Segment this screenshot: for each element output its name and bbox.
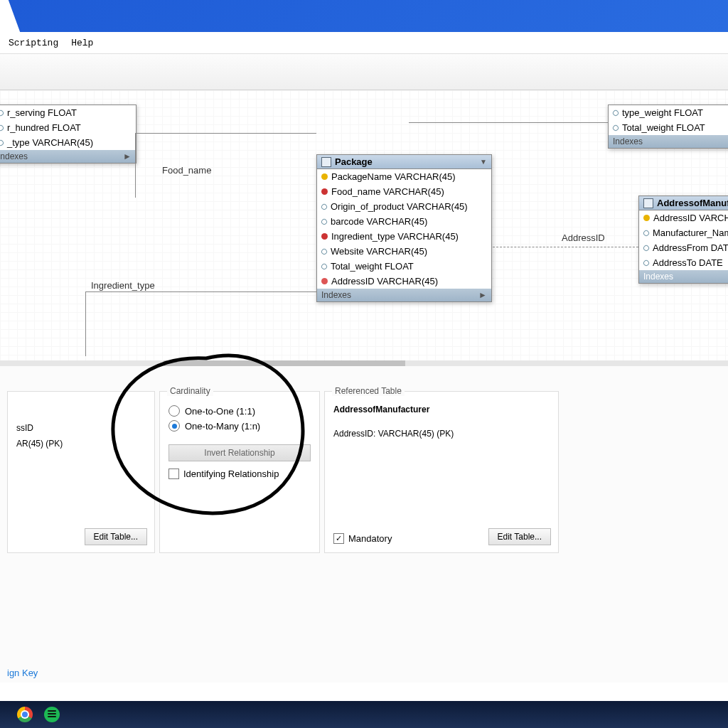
relationship-line [135,133,136,198]
column: AddressID VARCHAR(45) [639,210,728,225]
edit-table-button-left[interactable]: Edit Table... [85,528,147,545]
col-ssid: ssID [16,423,146,433]
window-titlebar [0,0,728,32]
relationship-line[interactable] [85,291,316,292]
column: Manufacturer_Name VAR [639,225,728,240]
chrome-icon[interactable] [17,707,33,722]
menu-help[interactable]: Help [71,38,93,48]
scrollbar-thumb[interactable] [164,360,405,366]
mandatory-checkbox[interactable]: ✓ Mandatory [333,533,392,544]
diamond-icon [320,247,328,255]
key-icon [321,173,328,180]
column: type_weight FLOAT [609,105,728,120]
column: r_hundred FLOAT [0,120,136,135]
menu-bar: Scripting Help [0,32,728,54]
radio-label: One-to-Many (1:n) [185,421,260,432]
referenced-table-fieldset: Referenced Table AddressofManufacturer A… [324,391,559,553]
column: r_serving FLOAT [0,105,136,120]
relation-food-name: Food_name [162,165,211,176]
entity-food[interactable]: r_serving FLOAT r_hundred FLOAT _type VA… [0,105,136,164]
key-icon [321,188,328,195]
relationship-line [85,291,86,356]
window-corner [0,0,20,32]
radio-icon [168,405,180,417]
relation-ingredient-type: Ingredient_type [91,280,155,291]
indexes-bar[interactable]: Indexes [639,270,728,283]
diamond-icon [642,229,650,237]
diamond-icon [0,124,5,132]
entity-title[interactable]: Package ▼ [317,155,491,169]
entity-weight[interactable]: type_weight FLOAT Total_weight FLOAT Ind… [608,105,728,149]
entity-title[interactable]: AddressofManufac [639,196,728,210]
column: barcode VARCHAR(45) [317,214,491,229]
key-icon [643,215,650,221]
column: _type VARCHAR(45) [0,135,136,150]
column: Ingredient_type VARCHAR(45) [317,229,491,244]
table-icon [643,198,653,208]
column: Website VARCHAR(45) [317,244,491,259]
diamond-icon [321,278,328,284]
column: Food_name VARCHAR(45) [317,184,491,199]
relationship-line[interactable] [409,122,608,123]
referenced-table-name: AddressofManufacturer [333,405,550,414]
column: AddressID VARCHAR(45) [317,274,491,289]
diamond-icon [611,109,619,117]
checkbox-icon [168,469,179,479]
chevron-down-icon[interactable]: ▼ [480,158,487,166]
entity-address[interactable]: AddressofManufac AddressID VARCHAR(45) M… [638,196,728,284]
menu-scripting[interactable]: Scripting [9,38,58,48]
cardinality-fieldset: Cardinality One-to-One (1:1) One-to-Many… [159,391,320,553]
radio-one-to-many[interactable]: One-to-Many (1:n) [168,420,311,432]
invert-relationship-button[interactable]: Invert Relationship [168,444,311,461]
referenced-column: AddressID: VARCHAR(45) (PK) [333,429,550,439]
column: PackageName VARCHAR(45) [317,169,491,184]
diamond-icon [642,244,650,252]
fieldset-legend: Referenced Table [332,386,405,396]
checkbox-label: Mandatory [348,533,392,544]
entity-name: AddressofManufac [657,198,728,208]
diamond-icon [320,262,328,270]
diamond-icon [611,124,619,132]
radio-one-to-one[interactable]: One-to-One (1:1) [168,405,311,417]
relationship-line-address[interactable] [493,247,638,247]
column: AddressTo DATE [639,255,728,270]
tab-foreign-key[interactable]: ign Key [0,663,45,682]
windows-taskbar[interactable] [0,701,728,728]
checkbox-label: Identifying Relationship [183,469,279,479]
relationship-line[interactable] [135,133,316,134]
column: Total_weight FLOAT [609,120,728,135]
diamond-icon [0,109,5,117]
indexes-bar[interactable]: Indexes► [609,135,728,148]
canvas-horizontal-scrollbar[interactable] [0,360,728,366]
key-icon [321,233,328,240]
relation-address-id: AddressID [562,232,605,243]
radio-label: One-to-One (1:1) [185,406,255,417]
er-canvas[interactable]: r_serving FLOAT r_hundred FLOAT _type VA… [0,90,728,360]
diamond-icon [0,139,5,146]
edit-table-button-right[interactable]: Edit Table... [488,528,551,545]
arrow-right-icon: ► [123,151,132,161]
entity-name: Package [335,156,373,167]
diamond-icon [320,203,328,210]
column: Origin_of_product VARCHAR(45) [317,199,491,214]
arrow-right-icon: ► [478,290,487,300]
column: AddressFrom DATE [639,240,728,255]
entity-package[interactable]: Package ▼ PackageName VARCHAR(45) Food_n… [316,154,492,302]
referencing-table-fieldset: ssID AR(45) (PK) Edit Table... [7,391,155,553]
col-pk-type: AR(45) (PK) [16,439,146,449]
identifying-relationship-checkbox[interactable]: Identifying Relationship [168,469,311,479]
column: Total_weight FLOAT [317,259,491,274]
foreign-key-panel: ssID AR(45) (PK) Edit Table... Cardinali… [0,366,728,682]
checkbox-icon: ✓ [333,533,344,544]
radio-icon [168,420,180,432]
spotify-icon[interactable] [44,707,60,722]
indexes-bar[interactable]: Indexes► [317,289,491,301]
fieldset-legend: Cardinality [167,386,213,396]
diamond-icon [642,259,650,267]
toolbar-strip [0,54,728,90]
indexes-bar[interactable]: Indexes► [0,150,136,163]
table-icon [321,157,331,167]
diamond-icon [320,218,328,225]
